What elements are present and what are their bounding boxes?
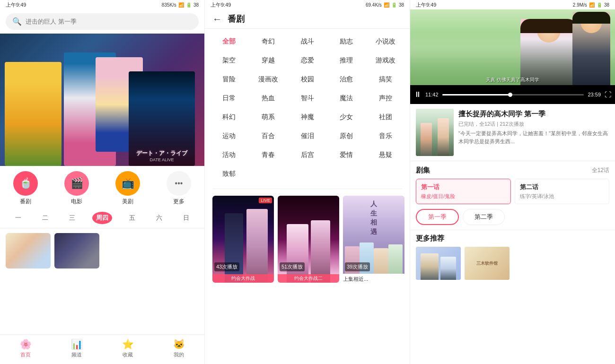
anime-card-1[interactable]: 43次播放 LIVE 约会大作战 仲夺大战第...	[212, 196, 274, 283]
tab-fri[interactable]: 五	[125, 212, 139, 224]
genre-manga[interactable]: 漫画改	[252, 71, 285, 87]
more-thumb-2[interactable]: 三木软件馆	[465, 247, 510, 280]
genre-battle[interactable]: 战斗	[291, 34, 324, 50]
genre-heal[interactable]: 治愈	[330, 71, 363, 87]
genre-depressed[interactable]: 致郁	[212, 166, 246, 182]
genre-comedy[interactable]: 搞笑	[369, 71, 402, 87]
genre-shenmo[interactable]: 神魔	[291, 109, 324, 125]
network-2: 📶	[384, 2, 389, 8]
thumb-1[interactable]	[6, 233, 51, 269]
episode-2[interactable]: 第二话 练字/英译/泳池	[515, 179, 610, 204]
anime-detail: 擅长捉弄的高木同学 第一季 已完结，全12话 | 212次播放 "今天一定要捉弄…	[458, 109, 609, 156]
genre-campus[interactable]: 校园	[291, 71, 324, 87]
network-1: 📶	[178, 2, 184, 8]
nav-more[interactable]: ••• 更多	[167, 171, 191, 206]
genre-time[interactable]: 穿越	[252, 52, 285, 69]
battery-num-1: 38	[193, 2, 199, 8]
genre-adventure[interactable]: 冒险	[212, 71, 246, 87]
genre-suspense[interactable]: 悬疑	[369, 147, 402, 163]
genre-row-5: 运动 百合 催泪 原创 音乐	[212, 128, 402, 144]
char-1	[5, 62, 62, 166]
search-bar[interactable]: 🔍	[6, 13, 199, 30]
genre-hotblood[interactable]: 热血	[252, 90, 285, 106]
genre-sports[interactable]: 运动	[212, 128, 246, 144]
genre-all[interactable]: 全部	[212, 34, 246, 50]
episodes-header: 剧集 全12话	[416, 166, 609, 175]
genre-youth[interactable]: 青春	[252, 147, 285, 163]
genre-row-7: 致郁	[212, 166, 402, 182]
anime-card-3[interactable]: 人生相遇 39次播放 上集相近...	[343, 196, 404, 283]
genre-novel[interactable]: 小说改	[369, 34, 402, 50]
nav-movie[interactable]: 🎬 电影	[64, 171, 89, 206]
genre-music[interactable]: 音乐	[369, 128, 402, 144]
genre-magic[interactable]: 魔法	[330, 90, 363, 106]
fullscreen-button[interactable]: ⛶	[605, 91, 611, 98]
tab-sun[interactable]: 日	[179, 212, 193, 224]
collect-label: 收藏	[123, 351, 133, 358]
bangumi-label: 番剧	[20, 198, 31, 206]
genre-romance[interactable]: 爱情	[330, 147, 363, 163]
genre-girl[interactable]: 少女	[330, 109, 363, 125]
genre-wisdom[interactable]: 智斗	[291, 90, 324, 106]
anime-description: "今天一定要捉弄高木同学，让她害羞！"某所初中里，邻座女生高木同学总是捉弄男生西…	[458, 130, 609, 145]
season-1-button[interactable]: 第一季	[416, 209, 459, 225]
back-button[interactable]: ←	[212, 14, 222, 25]
season-2-button[interactable]: 第二季	[463, 209, 505, 225]
nav-us-drama[interactable]: 📺 美剧	[115, 171, 140, 206]
more-icon: •••	[167, 171, 191, 196]
bottom-mine[interactable]: 🐱 我的	[173, 338, 185, 358]
search-icon: 🔍	[12, 17, 22, 26]
tab-mon[interactable]: 一	[11, 212, 25, 224]
movie-icon: 🎬	[64, 171, 89, 196]
thumb-2[interactable]	[54, 233, 99, 269]
progress-dot	[508, 93, 512, 97]
genre-yuri[interactable]: 百合	[252, 128, 285, 144]
progress-bar[interactable]	[442, 94, 584, 95]
genre-love[interactable]: 恋爱	[291, 52, 324, 69]
genre-divider	[212, 189, 402, 189]
page-title-bangumi: 番剧	[228, 13, 245, 25]
anime-meta: 已完结，全12话 | 212次播放	[458, 121, 609, 128]
genre-harem[interactable]: 后宫	[291, 147, 324, 163]
bottom-collect[interactable]: ⭐ 收藏	[122, 338, 134, 358]
anime-card-2[interactable]: 51次播放 约会大作战二 仲夺大战第...	[278, 196, 339, 283]
pause-button[interactable]: ⏸	[414, 90, 422, 99]
battery-num-2: 38	[399, 2, 404, 8]
bottom-channel[interactable]: 📊 频道	[71, 338, 83, 358]
video-player[interactable]: 天真 仿佛天真了高木同学 ⏸ 11:42 23:59 ⛶	[410, 9, 615, 104]
anime-grid: 43次播放 LIVE 约会大作战 仲夺大战第... 51次播放 约会大作战二 仲…	[205, 191, 410, 287]
date-alive-cover: デート・ア・ライブ DATE ALIVE	[129, 71, 195, 166]
genre-game[interactable]: 游戏改	[369, 52, 402, 69]
collect-icon: ⭐	[122, 338, 134, 350]
genre-jiakong[interactable]: 架空	[212, 52, 246, 69]
genre-voicecontrol[interactable]: 声控	[369, 90, 402, 106]
anime-thumb-1	[212, 196, 274, 274]
tab-sat[interactable]: 六	[152, 212, 166, 224]
tab-thu[interactable]: 周四	[92, 212, 112, 224]
genre-moe[interactable]: 萌系	[252, 109, 285, 125]
anime-thumb-2	[278, 196, 339, 274]
banner-area[interactable]: デート・ア・ライブ DATE ALIVE	[0, 34, 204, 166]
genre-scifi[interactable]: 科幻	[212, 109, 246, 125]
time-1: 上午9:49	[6, 1, 26, 9]
genre-club[interactable]: 社团	[369, 109, 402, 125]
more-thumb-1[interactable]	[416, 247, 461, 280]
speed-1: 835K/s	[162, 2, 176, 8]
genre-inspire[interactable]: 励志	[330, 34, 363, 50]
genre-fantasy[interactable]: 奇幻	[252, 34, 285, 50]
tab-wed[interactable]: 三	[65, 212, 79, 224]
anime-tag-1: 约会大作战	[212, 274, 274, 283]
genre-cry[interactable]: 催泪	[291, 128, 324, 144]
genre-daily[interactable]: 日常	[212, 90, 246, 106]
genre-event[interactable]: 活动	[212, 147, 246, 163]
takagi-character	[520, 19, 577, 85]
genre-mystery[interactable]: 推理	[330, 52, 363, 69]
search-input[interactable]	[26, 18, 192, 25]
bottom-home[interactable]: 🌸 首页	[20, 338, 32, 358]
genre-original[interactable]: 原创	[330, 128, 363, 144]
nav-bangumi[interactable]: 🍵 番剧	[13, 171, 38, 206]
more-title: 更多推荐	[416, 234, 609, 243]
tab-tue[interactable]: 二	[38, 212, 52, 224]
anime-thumb-3: 人生相遇	[343, 196, 404, 274]
episode-1[interactable]: 第一话 橡皮/值日/鬼脸	[416, 179, 511, 204]
